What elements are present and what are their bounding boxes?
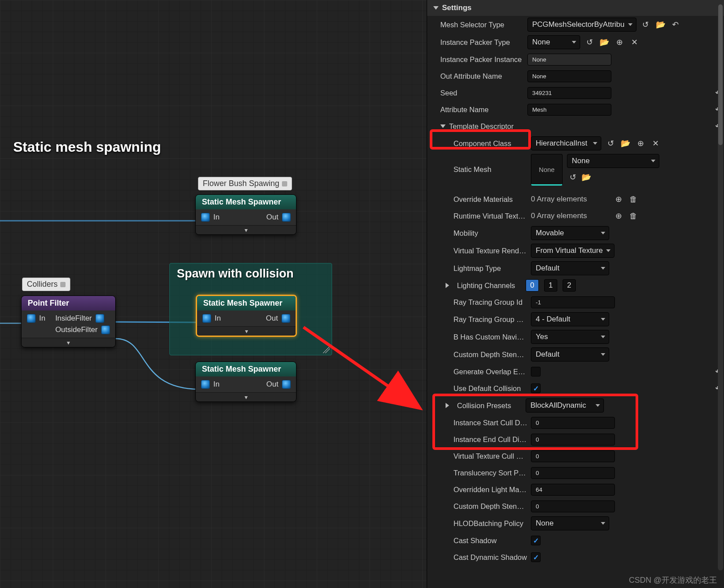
browse-icon[interactable]: 📂	[581, 172, 592, 183]
row-static-mesh: Static Mesh None None ↺ 📂	[427, 152, 724, 191]
reset-icon[interactable]: ↺	[584, 37, 595, 48]
input-inst-start-cull[interactable]	[531, 417, 615, 429]
node-expand-icon[interactable]: ▾	[197, 326, 296, 336]
node-body: In Out	[197, 310, 296, 326]
select-hlod[interactable]: None	[531, 516, 609, 530]
trash-icon[interactable]: 🗑	[628, 194, 639, 205]
select-static-mesh[interactable]: None	[567, 154, 659, 168]
use-selected-icon[interactable]: ↺	[567, 172, 578, 183]
add-icon[interactable]: ⊕	[614, 37, 625, 48]
chevron-down-icon	[433, 6, 439, 10]
browse-icon[interactable]: 📂	[620, 138, 631, 149]
row-cds-write: Custom Depth Stencil Wri...Default	[427, 346, 724, 363]
add-icon[interactable]: ⊕	[613, 210, 624, 222]
select-cds-write[interactable]: Default	[531, 347, 609, 362]
scrollbar[interactable]	[718, 4, 723, 570]
pin-in[interactable]: In	[201, 213, 219, 222]
row-template-descriptor[interactable]: Template Descriptor ↶	[427, 118, 724, 135]
row-collision-presets[interactable]: Collision Presets BlockAllDynamic	[427, 397, 724, 414]
add-icon[interactable]: ⊕	[613, 194, 624, 205]
select-lightmap-type[interactable]: Default	[531, 261, 609, 275]
browse-icon[interactable]: 📂	[599, 37, 610, 48]
select-instance-packer-type[interactable]: None	[527, 35, 580, 49]
node-header: Static Mesh Spawner	[196, 362, 296, 376]
checkbox-generate-overlap[interactable]	[531, 367, 541, 376]
checkbox-use-default-collision[interactable]	[531, 383, 541, 393]
pin-icon	[95, 314, 104, 323]
checkbox-cast-shadow[interactable]	[531, 536, 541, 545]
row-runtime-virtual-textures: Runtime Virtual Textures 0 Array element…	[427, 208, 724, 224]
node-static-mesh-spawner-3[interactable]: Static Mesh Spawner In Out ▾	[195, 362, 296, 402]
lighting-channel-1[interactable]: 1	[544, 279, 557, 292]
lighting-channel-0[interactable]: 0	[526, 279, 539, 292]
chevron-right-icon	[446, 283, 449, 288]
pin-outside-filter[interactable]: OutsideFilter	[55, 325, 110, 334]
row-instance-packer-type: Instance Packer Type None ↺ 📂 ⊕ ✕	[427, 33, 724, 51]
select-ray-group-cull[interactable]: 4 - Default	[531, 312, 609, 326]
row-lighting-channels[interactable]: Lighting Channels 0 1 2	[427, 277, 724, 294]
comment-note-flower[interactable]: Flower Bush Spawing	[198, 177, 292, 190]
pin-icon	[282, 380, 291, 389]
pin-out[interactable]: Out	[267, 380, 291, 389]
node-header: Static Mesh Spawner	[197, 296, 296, 310]
input-instance-packer-instance[interactable]	[527, 54, 611, 66]
select-collision-presets[interactable]: BlockAllDynamic	[526, 398, 604, 413]
chevron-down-icon	[440, 124, 446, 128]
input-inst-end-cull[interactable]	[531, 434, 615, 446]
node-expand-icon[interactable]: ▾	[22, 338, 115, 347]
input-out-attribute-name[interactable]	[527, 70, 611, 82]
graph-canvas[interactable]: Static mesh spawning Flower Bush Spawing…	[0, 0, 427, 588]
add-icon[interactable]: ⊕	[635, 138, 646, 149]
resize-handle-icon[interactable]	[323, 346, 330, 353]
input-olm-res[interactable]	[531, 484, 615, 496]
pin-icon	[201, 380, 210, 389]
input-trans-sort[interactable]	[531, 467, 615, 479]
section-title: Static mesh spawning	[13, 139, 161, 155]
lighting-channel-2[interactable]: 2	[563, 279, 576, 292]
browse-icon[interactable]: 📂	[655, 19, 666, 30]
node-expand-icon[interactable]: ▾	[196, 225, 296, 234]
row-use-default-collision: Use Default Collision↶	[427, 380, 724, 397]
comment-title: Spawn with collision	[170, 263, 332, 284]
node-static-mesh-spawner-2[interactable]: Static Mesh Spawner In Out ▾	[196, 295, 297, 337]
pin-inside-filter[interactable]: InsideFilter	[55, 314, 110, 323]
section-label: Settings	[442, 4, 472, 12]
row-out-attribute-name: Out Attribute Name	[427, 68, 724, 84]
node-expand-icon[interactable]: ▾	[196, 392, 296, 402]
trash-icon[interactable]: 🗑	[628, 210, 639, 222]
comment-note-colliders[interactable]: Colliders	[22, 278, 70, 291]
scrollbar-thumb[interactable]	[718, 4, 723, 145]
details-panel: Settings Mesh Selector Type PCGMeshSelec…	[427, 0, 724, 588]
revert-icon[interactable]: ↶	[670, 19, 681, 30]
select-mobility[interactable]: Movable	[531, 226, 609, 240]
row-trans-sort: Translucency Sort Priority	[427, 464, 724, 481]
node-point-filter[interactable]: Point Filter In InsideFilter OutsideFilt…	[21, 296, 116, 347]
input-cds-val[interactable]	[531, 500, 615, 512]
pin-in[interactable]: In	[27, 314, 45, 323]
input-ray-group-id[interactable]	[531, 296, 615, 308]
input-seed[interactable]	[527, 87, 611, 99]
pin-out[interactable]: Out	[266, 314, 290, 323]
node-static-mesh-spawner-1[interactable]: Static Mesh Spawner In Out ▾	[195, 194, 296, 235]
input-vt-cull-mips[interactable]	[531, 450, 615, 462]
checkbox-cast-dyn-shadow[interactable]	[531, 552, 541, 562]
node-body: In Out	[196, 376, 296, 392]
input-attribute-name[interactable]	[527, 104, 611, 116]
pin-out[interactable]: Out	[267, 213, 291, 222]
pin-in[interactable]: In	[202, 314, 221, 323]
select-mesh-selector-type[interactable]: PCGMeshSelectorByAttribu	[527, 18, 636, 32]
select-component-class[interactable]: HierarchicalInst	[531, 136, 601, 150]
select-has-nav[interactable]: Yes	[531, 330, 609, 344]
pin-icon	[282, 213, 291, 222]
node-body: In InsideFilter OutsideFilter	[22, 310, 115, 338]
select-vt-render-pass[interactable]: From Virtual Texture	[531, 244, 614, 258]
close-icon[interactable]: ✕	[629, 37, 640, 48]
close-icon[interactable]: ✕	[650, 138, 661, 149]
row-component-class: Component Class HierarchicalInst ↺ 📂 ⊕ ✕	[427, 135, 724, 152]
reset-icon[interactable]: ↺	[640, 19, 651, 30]
section-settings[interactable]: Settings	[427, 0, 724, 16]
asset-thumbnail[interactable]: None	[531, 154, 563, 186]
reset-icon[interactable]: ↺	[605, 138, 616, 149]
pin-in[interactable]: In	[201, 380, 219, 389]
row-ray-group-id: Ray Tracing Group Id	[427, 294, 724, 310]
